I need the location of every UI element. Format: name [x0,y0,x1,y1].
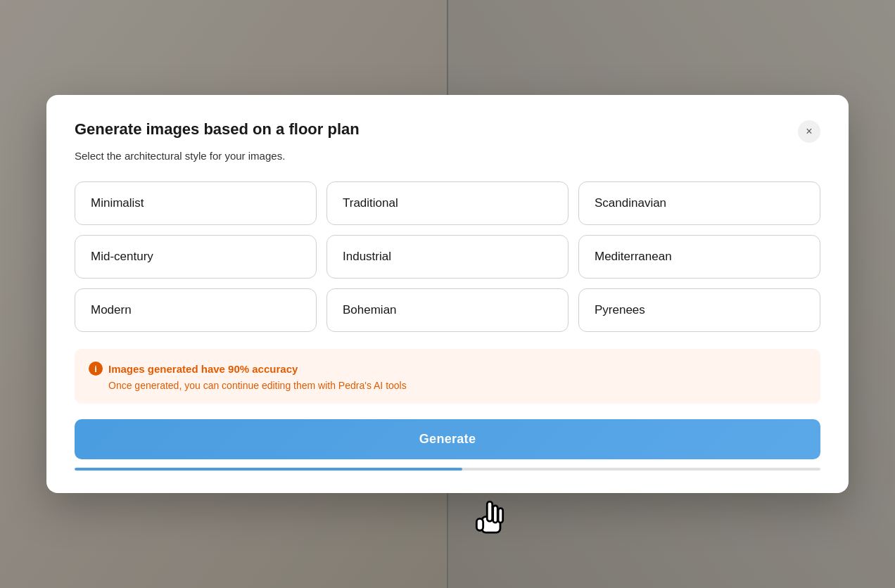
modal-dialog: Generate images based on a floor plan × … [46,95,849,493]
style-option-mediterranean[interactable]: Mediterranean [578,235,820,279]
style-option-modern[interactable]: Modern [75,288,317,332]
info-banner-title: i Images generated have 90% accuracy [89,362,806,376]
modal-title: Generate images based on a floor plan [75,120,360,139]
close-button[interactable]: × [798,120,820,143]
style-option-bohemian[interactable]: Bohemian [326,288,569,332]
progress-bar-fill [75,468,462,471]
generate-button[interactable]: Generate [75,419,820,459]
modal-subtitle: Select the architectural style for your … [75,150,820,162]
progress-bar-container [75,468,820,471]
style-option-pyrenees[interactable]: Pyrenees [578,288,820,332]
style-grid: Minimalist Traditional Scandinavian Mid-… [75,181,820,332]
style-option-minimalist[interactable]: Minimalist [75,181,317,225]
info-banner-description: Once generated, you can continue editing… [89,380,806,391]
info-banner-heading: Images generated have 90% accuracy [108,363,298,375]
style-option-mid-century[interactable]: Mid-century [75,235,317,279]
style-option-industrial[interactable]: Industrial [326,235,569,279]
info-icon: i [89,362,103,376]
style-option-scandinavian[interactable]: Scandinavian [578,181,820,225]
modal-overlay: Generate images based on a floor plan × … [0,0,895,588]
modal-header: Generate images based on a floor plan × [75,120,820,143]
info-banner: i Images generated have 90% accuracy Onc… [75,349,820,404]
style-option-traditional[interactable]: Traditional [326,181,569,225]
